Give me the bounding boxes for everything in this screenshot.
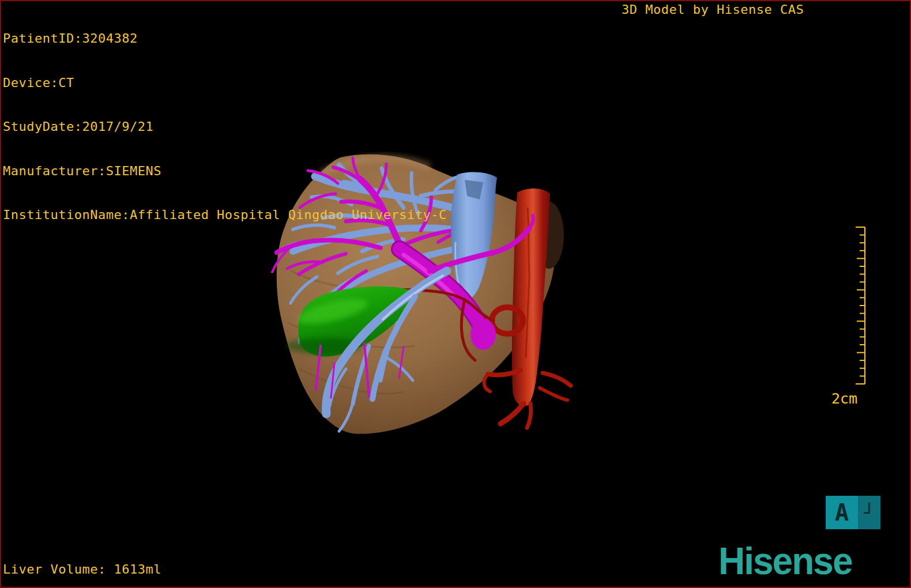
institution-line: InstitutionName:Affiliated Hospital Qing…: [3, 208, 447, 223]
scale-label: 2cm: [831, 390, 857, 407]
cas-3d-viewer-window: PatientID:3204382 Device:CT StudyDate:20…: [0, 0, 911, 588]
study-date-line: StudyDate:2017/9/21: [3, 119, 447, 134]
patient-id-line: PatientID:3204382: [3, 31, 447, 46]
hisense-logo: Hisense: [718, 539, 852, 583]
orientation-marker[interactable]: A ┘: [826, 496, 880, 529]
orientation-corner-icon: ┘: [858, 496, 880, 529]
liver-volume-readout: Liver Volume: 1613ml: [3, 562, 161, 576]
orientation-letter: A: [826, 496, 858, 529]
scale-ruler: 2cm: [825, 223, 882, 415]
device-line: Device:CT: [3, 76, 447, 91]
manufacturer-line: Manufacturer:SIEMENS: [3, 164, 447, 179]
model-title: 3D Model by Hisense CAS: [622, 2, 804, 17]
patient-info-overlay: PatientID:3204382 Device:CT StudyDate:20…: [3, 2, 447, 252]
